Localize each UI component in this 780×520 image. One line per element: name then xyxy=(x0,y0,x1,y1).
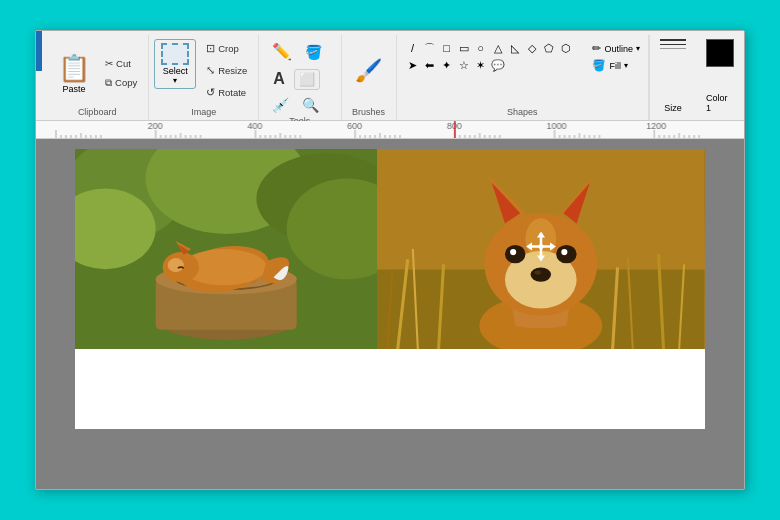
color-label: Color 1 xyxy=(706,93,734,116)
shape-curve[interactable]: ⌒ xyxy=(422,40,438,56)
image-buttons: Select ▾ ⊡ Crop ⤡ Resize ↺ Rotate xyxy=(154,35,253,107)
text-button[interactable]: A xyxy=(267,67,291,91)
ruler xyxy=(36,121,744,139)
eraser-button[interactable]: ⬜ xyxy=(294,69,320,90)
select-dashed-rect-icon xyxy=(161,43,189,65)
shape-star5[interactable]: ☆ xyxy=(456,57,472,73)
fill-icon: 🪣 xyxy=(592,59,606,72)
brushes-area: 🖌️ xyxy=(353,35,385,107)
cut-icon: ✂ xyxy=(105,58,113,69)
shape-star6[interactable]: ✶ xyxy=(473,57,489,73)
canvas-white-area xyxy=(75,349,705,429)
svg-point-35 xyxy=(562,249,568,255)
size-line-thin xyxy=(660,48,686,49)
blue-tab xyxy=(36,31,42,71)
fox-right-svg xyxy=(377,149,705,349)
paste-icon: 📋 xyxy=(58,53,90,84)
rotate-button[interactable]: ↺ Rotate xyxy=(200,83,253,102)
size-line-medium xyxy=(660,44,686,45)
copy-label: Copy xyxy=(115,77,137,88)
shape-rounded-rect[interactable]: ▭ xyxy=(456,40,472,56)
paste-button[interactable]: 📋 Paste xyxy=(51,50,97,97)
resize-icon: ⤡ xyxy=(206,64,215,77)
image-sub-buttons: ⊡ Crop ⤡ Resize ↺ Rotate xyxy=(200,39,253,102)
shape-pentagon[interactable]: ⬠ xyxy=(541,40,557,56)
shape-right-triangle[interactable]: ◺ xyxy=(507,40,523,56)
clipboard-label: Clipboard xyxy=(78,107,117,120)
svg-point-34 xyxy=(510,249,516,255)
shape-hexagon[interactable]: ⬡ xyxy=(558,40,574,56)
color-group[interactable]: Color 1 xyxy=(696,35,744,120)
copy-icon: ⧉ xyxy=(105,77,112,89)
paint-canvas[interactable] xyxy=(75,149,705,429)
shapes-group: / ⌒ □ ▭ ○ △ ◺ ◇ ⬠ ⬡ ➤ ⬅ ✦ ☆ ✶ 💬 xyxy=(397,35,649,120)
select-button[interactable]: Select ▾ xyxy=(154,39,196,89)
size-line-thick xyxy=(660,39,686,41)
cut-copy-buttons: ✂ Cut ⧉ Copy xyxy=(99,55,143,92)
resize-button[interactable]: ⤡ Resize xyxy=(200,61,253,80)
cut-label: Cut xyxy=(116,58,131,69)
ribbon: 📋 Paste ✂ Cut ⧉ Copy Clipboard xyxy=(36,31,744,121)
outline-fill-section: ✏ Outline ▾ 🪣 Fill ▾ xyxy=(588,38,640,72)
shapes-grid: / ⌒ □ ▭ ○ △ ◺ ◇ ⬠ ⬡ ➤ ⬅ ✦ ☆ ✶ 💬 xyxy=(405,38,589,73)
fox-image-right xyxy=(377,149,705,349)
fill-label: Fill xyxy=(609,61,621,71)
fox-left-svg xyxy=(75,149,377,349)
svg-point-31 xyxy=(535,270,541,274)
brushes-button[interactable]: 🖌️ xyxy=(353,55,385,87)
shapes-content: / ⌒ □ ▭ ○ △ ◺ ◇ ⬠ ⬡ ➤ ⬅ ✦ ☆ ✶ 💬 xyxy=(405,35,640,107)
shape-diamond[interactable]: ◇ xyxy=(524,40,540,56)
paint-window: 📋 Paste ✂ Cut ⧉ Copy Clipboard xyxy=(35,30,745,490)
crop-button[interactable]: ⊡ Crop xyxy=(200,39,253,58)
shape-callout[interactable]: 💬 xyxy=(490,57,506,73)
clipboard-buttons: 📋 Paste ✂ Cut ⧉ Copy xyxy=(51,35,143,107)
svg-point-30 xyxy=(531,267,551,281)
shape-arrow-left[interactable]: ⬅ xyxy=(422,57,438,73)
outline-icon: ✏ xyxy=(592,42,601,55)
outline-chevron: ▾ xyxy=(636,44,640,53)
copy-button[interactable]: ⧉ Copy xyxy=(99,74,143,92)
resize-label: Resize xyxy=(218,65,247,76)
cut-button[interactable]: ✂ Cut xyxy=(99,55,143,72)
brushes-label: Brushes xyxy=(352,107,385,120)
paste-label: Paste xyxy=(63,84,86,94)
fill-button[interactable]: 🪣 xyxy=(300,41,327,63)
image-group: Select ▾ ⊡ Crop ⤡ Resize ↺ Rotate xyxy=(149,35,259,120)
size-lines xyxy=(660,39,686,49)
rotate-icon: ↺ xyxy=(206,86,215,99)
clipboard-group: 📋 Paste ✂ Cut ⧉ Copy Clipboard xyxy=(46,35,149,120)
brushes-group: 🖌️ Brushes xyxy=(342,35,397,120)
svg-point-40 xyxy=(526,218,557,259)
shape-star4[interactable]: ✦ xyxy=(439,57,455,73)
pencil-button[interactable]: ✏️ xyxy=(267,39,297,64)
fill-button[interactable]: 🪣 Fill ▾ xyxy=(592,59,640,72)
magnifier-button[interactable]: 🔍 xyxy=(297,94,324,116)
fox-image-left xyxy=(75,149,377,349)
fill-chevron: ▾ xyxy=(624,61,628,70)
color-swatch xyxy=(706,39,734,67)
shape-triangle[interactable]: △ xyxy=(490,40,506,56)
shape-rect[interactable]: □ xyxy=(439,40,455,56)
canvas-image-area xyxy=(75,149,705,349)
eyedropper-button[interactable]: 💉 xyxy=(267,94,294,116)
canvas-area xyxy=(36,139,744,489)
select-label: Select xyxy=(163,66,188,76)
outline-button[interactable]: ✏ Outline ▾ xyxy=(592,42,640,55)
crop-icon: ⊡ xyxy=(206,42,215,55)
ruler-canvas xyxy=(36,121,744,138)
shape-ellipse[interactable]: ○ xyxy=(473,40,489,56)
image-label: image xyxy=(191,107,216,120)
size-group[interactable]: Size xyxy=(649,35,696,120)
shapes-label: Shapes xyxy=(507,107,538,120)
tools-group: ✏️ 🪣 A ⬜ 💉 🔍 Tools xyxy=(259,35,342,120)
outline-label: Outline xyxy=(604,44,633,54)
svg-point-14 xyxy=(168,258,184,272)
select-dropdown-arrow: ▾ xyxy=(173,76,177,85)
size-label: Size xyxy=(664,103,682,116)
tools-buttons: ✏️ 🪣 A ⬜ 💉 🔍 xyxy=(267,35,333,116)
shape-line[interactable]: / xyxy=(405,40,421,56)
crop-label: Crop xyxy=(218,43,239,54)
shape-arrow-right[interactable]: ➤ xyxy=(405,57,421,73)
rotate-label: Rotate xyxy=(218,87,246,98)
